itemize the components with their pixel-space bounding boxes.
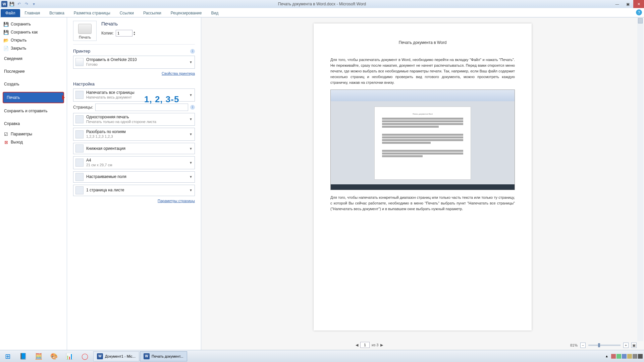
chevron-down-icon: ▼ xyxy=(189,175,193,179)
copies-down-icon[interactable]: ▼ xyxy=(133,33,136,36)
scroll-thumb[interactable] xyxy=(638,18,643,23)
zoom-fit-button[interactable]: ▣ xyxy=(631,343,637,348)
start-button[interactable]: ⊞ xyxy=(0,350,15,362)
close-button[interactable]: ✕ xyxy=(633,0,644,8)
zoom-thumb[interactable] xyxy=(598,343,600,347)
print-range-dropdown[interactable]: Напечатать все страницы Напечатать весь … xyxy=(73,88,195,102)
page-setup-link[interactable]: Параметры страницы xyxy=(73,198,195,205)
minimize-button[interactable]: — xyxy=(612,0,623,8)
menu-share[interactable]: Сохранить и отправить xyxy=(0,105,67,117)
menu-help[interactable]: Справка xyxy=(0,117,67,130)
margins-dropdown[interactable]: Настраиваемые поля ▼ xyxy=(73,171,195,183)
system-tray: ▲ xyxy=(603,354,644,359)
tab-references[interactable]: Ссылки xyxy=(115,9,139,17)
menu-open[interactable]: 📂Открыть xyxy=(0,36,67,44)
menu-options[interactable]: ☑Параметры xyxy=(0,130,67,138)
orientation-dropdown[interactable]: Книжная ориентация ▼ xyxy=(73,143,195,154)
menu-label: Открыть xyxy=(11,38,26,43)
tray-tile[interactable] xyxy=(611,354,616,359)
current-page-input[interactable] xyxy=(360,342,370,348)
side-sub: Печатать только на одной стороне листа xyxy=(86,120,186,124)
tab-review[interactable]: Рецензирование xyxy=(166,9,207,17)
print-side-dropdown[interactable]: Односторонняя печать Печатать только на … xyxy=(73,113,195,126)
chevron-down-icon: ▼ xyxy=(189,132,193,136)
zoom-slider[interactable] xyxy=(588,345,621,346)
next-page-icon[interactable]: ▶ xyxy=(380,343,383,347)
zoom-out-button[interactable]: − xyxy=(580,343,586,348)
menu-new[interactable]: Создать xyxy=(0,78,67,90)
menu-label: Выход xyxy=(11,140,23,144)
pages-input[interactable] xyxy=(95,104,188,111)
printer-dropdown[interactable]: Отправить в OneNote 2010 Готово ▼ xyxy=(73,56,195,69)
undo-icon[interactable]: ↶ xyxy=(16,1,22,7)
tab-mailings[interactable]: Рассылки xyxy=(139,9,166,17)
collate-dropdown[interactable]: Разобрать по копиям 1,2,3 1,2,3 1,2,3 ▼ xyxy=(73,128,195,141)
print-button[interactable]: Печать xyxy=(73,21,97,41)
pages-per-sheet-dropdown[interactable]: 1 страница на листе ▼ xyxy=(73,185,195,196)
zoom-in-button[interactable]: + xyxy=(623,343,629,348)
range-sub: Напечатать весь документ xyxy=(86,95,186,100)
pages-label: Страницы: xyxy=(73,105,93,110)
taskbar-calc-icon[interactable]: 🧮 xyxy=(31,350,46,362)
tab-file[interactable]: Файл xyxy=(1,9,20,17)
side-title: Односторонняя печать xyxy=(86,115,186,120)
menu-save[interactable]: 💾Сохранить xyxy=(0,20,67,28)
chevron-down-icon: ▼ xyxy=(189,93,193,97)
taskbar-opera-icon[interactable]: ◯ xyxy=(77,350,93,362)
printer-icon xyxy=(78,24,92,34)
page-navigator: ◀ из 3 ▶ xyxy=(356,342,383,348)
tab-page-layout[interactable]: Разметка страницы xyxy=(69,9,115,17)
close-doc-icon: 📄 xyxy=(3,46,9,51)
word-icon: W xyxy=(1,1,7,7)
exit-icon: ⊠ xyxy=(3,139,9,145)
menu-recent[interactable]: Последние xyxy=(0,65,67,78)
taskbar-explorer-icon[interactable]: 📘 xyxy=(15,350,31,362)
printer-properties-link[interactable]: Свойства принтера xyxy=(73,71,195,77)
menu-exit[interactable]: ⊠Выход xyxy=(0,138,67,146)
redo-icon[interactable]: ↷ xyxy=(23,1,30,7)
maximize-button[interactable]: ▣ xyxy=(623,0,633,8)
preview-scrollbar[interactable] xyxy=(637,17,643,341)
tab-insert[interactable]: Вставка xyxy=(45,9,69,17)
tab-home[interactable]: Главная xyxy=(20,9,45,17)
file-menu: 💾Сохранить 💾Сохранить как 📂Открыть 📄Закр… xyxy=(0,17,67,350)
chevron-down-icon: ▼ xyxy=(189,60,193,64)
info-icon[interactable]: i xyxy=(190,49,195,54)
tray-chevron-icon[interactable]: ▲ xyxy=(603,354,610,358)
copies-label: Копии: xyxy=(101,31,114,36)
tray-tile[interactable] xyxy=(616,354,621,359)
paper-size-dropdown[interactable]: A4 21 см x 29,7 см ▼ xyxy=(73,156,195,169)
size-sub: 21 см x 29,7 см xyxy=(86,163,186,168)
chevron-down-icon: ▼ xyxy=(189,117,193,121)
open-icon: 📂 xyxy=(3,38,9,43)
qat-dropdown-icon[interactable]: ▾ xyxy=(31,1,37,7)
menu-print[interactable]: Печать xyxy=(3,92,64,103)
tab-view[interactable]: Вид xyxy=(206,9,223,17)
window-controls: — ▣ ✕ xyxy=(612,0,644,8)
tray-tile[interactable] xyxy=(633,354,637,359)
menu-save-as[interactable]: 💾Сохранить как xyxy=(0,28,67,36)
save-icon[interactable]: 💾 xyxy=(9,1,15,7)
taskbar-task[interactable]: WДокумент1 - Mic... xyxy=(93,351,139,361)
tray-tile[interactable] xyxy=(622,354,627,359)
task-label: Печать документ... xyxy=(152,354,183,358)
taskbar-notes-icon[interactable]: 📊 xyxy=(62,350,77,362)
chevron-down-icon: ▼ xyxy=(189,161,193,165)
taskbar-task[interactable]: WПечать документ... xyxy=(140,351,187,361)
help-icon[interactable]: ? xyxy=(636,9,642,15)
copies-input[interactable] xyxy=(116,30,132,37)
taskbar-paint-icon[interactable]: 🎨 xyxy=(46,350,62,362)
collate-icon xyxy=(75,130,84,138)
prev-page-icon[interactable]: ◀ xyxy=(356,343,358,347)
tray-tile[interactable] xyxy=(638,354,643,359)
page-total: из 3 xyxy=(372,343,378,347)
save-as-icon: 💾 xyxy=(3,29,9,35)
margins-icon xyxy=(75,173,84,181)
copies-up-icon[interactable]: ▲ xyxy=(133,31,136,33)
tray-tile[interactable] xyxy=(627,354,632,359)
chevron-down-icon: ▼ xyxy=(189,188,193,192)
printer-status: Готово xyxy=(86,62,186,67)
menu-close[interactable]: 📄Закрыть xyxy=(0,44,67,52)
info-icon[interactable]: i xyxy=(190,105,195,110)
menu-info[interactable]: Сведения xyxy=(0,52,67,65)
